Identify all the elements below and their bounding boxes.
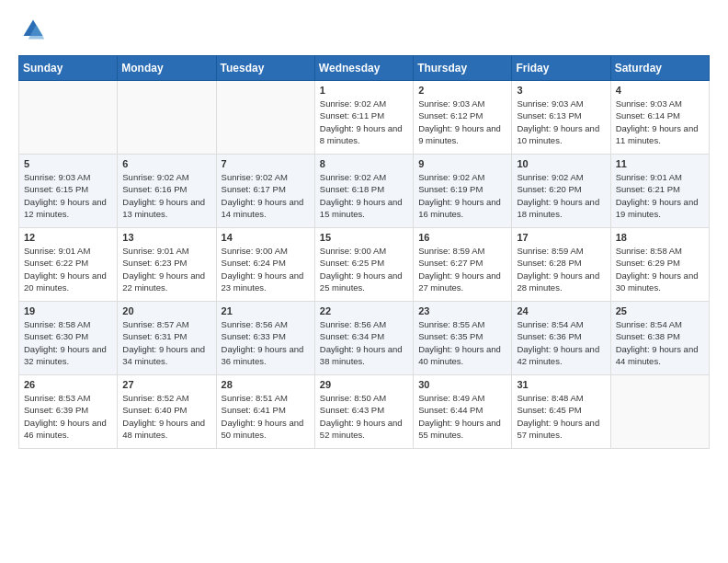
- day-number: 27: [122, 379, 210, 390]
- day-info: Sunrise: 9:02 AM Sunset: 6:18 PM Dayligh…: [320, 171, 408, 220]
- calendar-week-row: 26Sunrise: 8:53 AM Sunset: 6:39 PM Dayli…: [19, 375, 710, 449]
- day-info: Sunrise: 8:52 AM Sunset: 6:40 PM Dayligh…: [122, 392, 210, 441]
- day-info: Sunrise: 8:58 AM Sunset: 6:30 PM Dayligh…: [24, 318, 112, 367]
- day-info: Sunrise: 8:50 AM Sunset: 6:43 PM Dayligh…: [320, 392, 408, 441]
- weekday-header-monday: Monday: [118, 56, 216, 81]
- day-number: 29: [320, 379, 408, 390]
- day-number: 4: [616, 85, 704, 96]
- day-info: Sunrise: 8:59 AM Sunset: 6:28 PM Dayligh…: [517, 245, 605, 293]
- day-number: 1: [320, 85, 408, 96]
- calendar-day-27: 27Sunrise: 8:52 AM Sunset: 6:40 PM Dayli…: [118, 375, 216, 449]
- weekday-header-sunday: Sunday: [19, 56, 118, 81]
- calendar-day-2: 2Sunrise: 9:03 AM Sunset: 6:12 PM Daylig…: [414, 81, 512, 155]
- calendar-day-21: 21Sunrise: 8:56 AM Sunset: 6:33 PM Dayli…: [216, 302, 314, 375]
- calendar-week-row: 12Sunrise: 9:01 AM Sunset: 6:22 PM Dayli…: [19, 228, 710, 302]
- calendar-empty-cell: [610, 375, 709, 449]
- calendar-week-row: 5Sunrise: 9:03 AM Sunset: 6:15 PM Daylig…: [19, 155, 710, 228]
- day-info: Sunrise: 8:49 AM Sunset: 6:44 PM Dayligh…: [418, 392, 506, 441]
- day-info: Sunrise: 9:02 AM Sunset: 6:11 PM Dayligh…: [320, 98, 408, 146]
- day-number: 16: [418, 232, 506, 243]
- day-info: Sunrise: 8:51 AM Sunset: 6:41 PM Dayligh…: [222, 392, 310, 441]
- calendar-day-4: 4Sunrise: 9:03 AM Sunset: 6:14 PM Daylig…: [610, 81, 709, 155]
- day-info: Sunrise: 8:56 AM Sunset: 6:34 PM Dayligh…: [320, 318, 408, 367]
- calendar-day-28: 28Sunrise: 8:51 AM Sunset: 6:41 PM Dayli…: [216, 375, 314, 449]
- calendar-empty-cell: [19, 81, 118, 155]
- day-info: Sunrise: 8:55 AM Sunset: 6:35 PM Dayligh…: [418, 318, 506, 367]
- day-info: Sunrise: 8:48 AM Sunset: 6:45 PM Dayligh…: [517, 392, 605, 441]
- day-info: Sunrise: 8:53 AM Sunset: 6:39 PM Dayligh…: [24, 392, 112, 441]
- day-info: Sunrise: 9:03 AM Sunset: 6:12 PM Dayligh…: [418, 98, 506, 146]
- day-number: 20: [122, 305, 210, 316]
- day-info: Sunrise: 9:03 AM Sunset: 6:14 PM Dayligh…: [616, 98, 704, 146]
- weekday-header-tuesday: Tuesday: [216, 56, 314, 81]
- day-number: 14: [222, 232, 310, 243]
- calendar-week-row: 19Sunrise: 8:58 AM Sunset: 6:30 PM Dayli…: [19, 302, 710, 375]
- calendar-day-11: 11Sunrise: 9:01 AM Sunset: 6:21 PM Dayli…: [610, 155, 709, 228]
- day-number: 30: [418, 379, 506, 390]
- day-number: 19: [24, 305, 112, 316]
- day-info: Sunrise: 9:01 AM Sunset: 6:22 PM Dayligh…: [24, 245, 112, 293]
- logo: [18, 17, 46, 46]
- day-number: 25: [616, 305, 704, 316]
- calendar-day-23: 23Sunrise: 8:55 AM Sunset: 6:35 PM Dayli…: [414, 302, 512, 375]
- day-info: Sunrise: 9:02 AM Sunset: 6:19 PM Dayligh…: [418, 171, 506, 220]
- header: [18, 17, 710, 46]
- calendar-day-19: 19Sunrise: 8:58 AM Sunset: 6:30 PM Dayli…: [19, 302, 118, 375]
- day-number: 6: [122, 158, 210, 169]
- calendar-day-13: 13Sunrise: 9:01 AM Sunset: 6:23 PM Dayli…: [118, 228, 216, 302]
- calendar-empty-cell: [118, 81, 216, 155]
- calendar-day-29: 29Sunrise: 8:50 AM Sunset: 6:43 PM Dayli…: [314, 375, 413, 449]
- calendar-day-31: 31Sunrise: 8:48 AM Sunset: 6:45 PM Dayli…: [512, 375, 610, 449]
- calendar-day-26: 26Sunrise: 8:53 AM Sunset: 6:39 PM Dayli…: [19, 375, 118, 449]
- calendar-empty-cell: [216, 81, 314, 155]
- day-number: 7: [222, 158, 310, 169]
- day-info: Sunrise: 9:01 AM Sunset: 6:23 PM Dayligh…: [122, 245, 210, 293]
- weekday-header-row: SundayMondayTuesdayWednesdayThursdayFrid…: [19, 56, 710, 81]
- calendar-day-7: 7Sunrise: 9:02 AM Sunset: 6:17 PM Daylig…: [216, 155, 314, 228]
- calendar-day-22: 22Sunrise: 8:56 AM Sunset: 6:34 PM Dayli…: [314, 302, 413, 375]
- calendar-day-5: 5Sunrise: 9:03 AM Sunset: 6:15 PM Daylig…: [19, 155, 118, 228]
- day-number: 28: [222, 379, 310, 390]
- day-number: 2: [418, 85, 506, 96]
- calendar-week-row: 1Sunrise: 9:02 AM Sunset: 6:11 PM Daylig…: [19, 81, 710, 155]
- day-number: 11: [616, 158, 704, 169]
- day-info: Sunrise: 9:02 AM Sunset: 6:20 PM Dayligh…: [517, 171, 605, 220]
- day-info: Sunrise: 9:02 AM Sunset: 6:17 PM Dayligh…: [222, 171, 310, 220]
- calendar-day-24: 24Sunrise: 8:54 AM Sunset: 6:36 PM Dayli…: [512, 302, 610, 375]
- day-info: Sunrise: 8:58 AM Sunset: 6:29 PM Dayligh…: [616, 245, 704, 293]
- day-number: 18: [616, 232, 704, 243]
- day-info: Sunrise: 9:00 AM Sunset: 6:25 PM Dayligh…: [320, 245, 408, 293]
- day-number: 22: [320, 305, 408, 316]
- day-number: 26: [24, 379, 112, 390]
- calendar-day-20: 20Sunrise: 8:57 AM Sunset: 6:31 PM Dayli…: [118, 302, 216, 375]
- day-info: Sunrise: 9:01 AM Sunset: 6:21 PM Dayligh…: [616, 171, 704, 220]
- calendar-day-10: 10Sunrise: 9:02 AM Sunset: 6:20 PM Dayli…: [512, 155, 610, 228]
- calendar-day-14: 14Sunrise: 9:00 AM Sunset: 6:24 PM Dayli…: [216, 228, 314, 302]
- day-info: Sunrise: 9:03 AM Sunset: 6:15 PM Dayligh…: [24, 171, 112, 220]
- calendar-day-12: 12Sunrise: 9:01 AM Sunset: 6:22 PM Dayli…: [19, 228, 118, 302]
- day-info: Sunrise: 9:02 AM Sunset: 6:16 PM Dayligh…: [122, 171, 210, 220]
- day-number: 12: [24, 232, 112, 243]
- calendar-table: SundayMondayTuesdayWednesdayThursdayFrid…: [18, 55, 710, 449]
- day-number: 13: [122, 232, 210, 243]
- calendar-day-6: 6Sunrise: 9:02 AM Sunset: 6:16 PM Daylig…: [118, 155, 216, 228]
- calendar-day-8: 8Sunrise: 9:02 AM Sunset: 6:18 PM Daylig…: [314, 155, 413, 228]
- day-info: Sunrise: 8:56 AM Sunset: 6:33 PM Dayligh…: [222, 318, 310, 367]
- day-info: Sunrise: 9:03 AM Sunset: 6:13 PM Dayligh…: [517, 98, 605, 146]
- day-number: 31: [517, 379, 605, 390]
- weekday-header-saturday: Saturday: [610, 56, 709, 81]
- day-number: 21: [222, 305, 310, 316]
- calendar-day-17: 17Sunrise: 8:59 AM Sunset: 6:28 PM Dayli…: [512, 228, 610, 302]
- day-number: 17: [517, 232, 605, 243]
- weekday-header-wednesday: Wednesday: [314, 56, 413, 81]
- day-number: 23: [418, 305, 506, 316]
- calendar-day-3: 3Sunrise: 9:03 AM Sunset: 6:13 PM Daylig…: [512, 81, 610, 155]
- day-info: Sunrise: 8:54 AM Sunset: 6:36 PM Dayligh…: [517, 318, 605, 367]
- day-number: 9: [418, 158, 506, 169]
- calendar-day-9: 9Sunrise: 9:02 AM Sunset: 6:19 PM Daylig…: [414, 155, 512, 228]
- day-info: Sunrise: 9:00 AM Sunset: 6:24 PM Dayligh…: [222, 245, 310, 293]
- page: SundayMondayTuesdayWednesdayThursdayFrid…: [0, 0, 728, 465]
- day-number: 8: [320, 158, 408, 169]
- calendar-day-25: 25Sunrise: 8:54 AM Sunset: 6:38 PM Dayli…: [610, 302, 709, 375]
- day-info: Sunrise: 8:59 AM Sunset: 6:27 PM Dayligh…: [418, 245, 506, 293]
